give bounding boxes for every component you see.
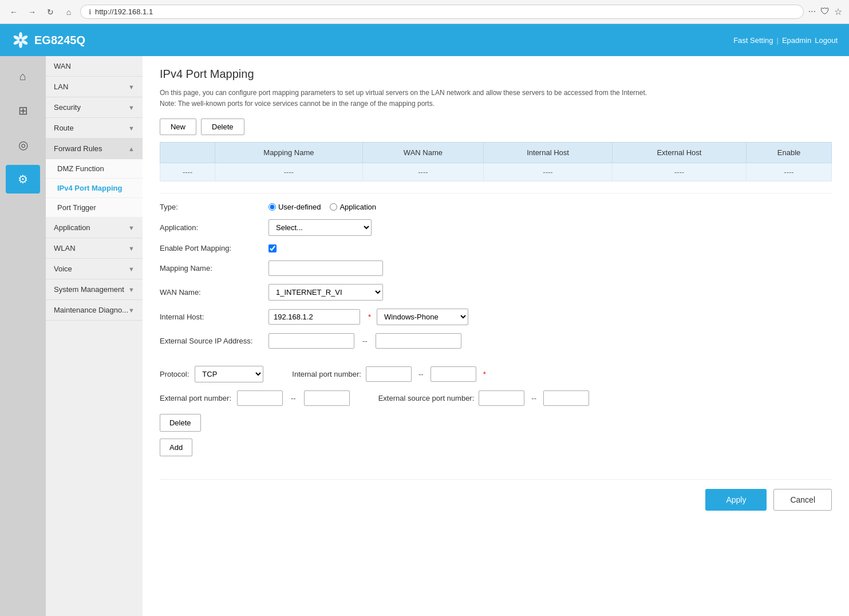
table-cell-5: ---- — [747, 163, 832, 181]
reload-button[interactable]: ↻ — [44, 5, 57, 19]
chevron-down-icon: ▼ — [128, 125, 135, 132]
menu-dots-icon[interactable]: ··· — [808, 6, 816, 17]
dash-separator-3: -- — [289, 394, 298, 402]
sidebar-item-system-management[interactable]: System Management ▼ — [46, 279, 143, 300]
sidebar-icon-home[interactable]: ⌂ — [6, 62, 40, 90]
brand-name: EG8245Q — [34, 34, 85, 47]
internal-port-required: * — [483, 370, 486, 378]
separator-1: | — [777, 36, 779, 45]
sidebar-item-forward-rules[interactable]: Forward Rules ▲ — [46, 139, 143, 159]
address-bar[interactable]: ℹ http://192.168.1.1 — [80, 5, 804, 19]
browser-actions: ··· 🛡 ☆ — [808, 6, 842, 17]
ext-source-ip-start-input[interactable] — [268, 333, 354, 349]
forward-button[interactable]: → — [25, 5, 39, 19]
chevron-down-icon: ▼ — [128, 104, 135, 111]
type-user-defined-label[interactable]: User-defined — [268, 203, 321, 211]
sidebar-item-route[interactable]: Route ▼ — [46, 118, 143, 139]
sidebar-icon-add[interactable]: ⊞ — [6, 96, 40, 125]
internal-port-end-input[interactable] — [431, 366, 476, 382]
sidebar-item-maintenance-label: Maintenance Diagno... — [54, 306, 128, 314]
dash-separator-4: -- — [529, 394, 539, 402]
add-button[interactable]: Add — [160, 439, 192, 456]
external-port-col: External port number: -- — [160, 390, 350, 406]
sidebar-item-security[interactable]: Security ▼ — [46, 97, 143, 118]
type-application-radio[interactable] — [330, 203, 337, 211]
enable-port-mapping-checkbox[interactable] — [268, 244, 277, 252]
protocol-select[interactable]: TCP UDP Both — [195, 366, 263, 382]
enable-port-mapping-row: Enable Port Mapping: — [160, 244, 832, 252]
delete-button[interactable]: Delete — [201, 119, 244, 135]
ext-source-ip-row: External Source IP Address: -- — [160, 333, 832, 349]
table-col-checkbox — [160, 143, 215, 163]
type-radio-group: User-defined Application — [268, 203, 376, 211]
submenu-item-port-trigger[interactable]: Port Trigger — [46, 198, 143, 218]
svg-point-0 — [19, 32, 22, 39]
security-icon: ℹ — [89, 8, 92, 16]
sidebar-item-wlan[interactable]: WLAN ▼ — [46, 238, 143, 259]
ext-source-port-start-input[interactable] — [479, 390, 524, 406]
sidebar-icon-gear[interactable]: ⚙ — [6, 165, 40, 194]
external-port-label: External port number: — [160, 394, 231, 402]
chevron-up-icon: ▲ — [128, 145, 135, 152]
internal-host-device-select[interactable]: Windows-Phone — [377, 309, 468, 325]
shield-icon: 🛡 — [820, 6, 830, 17]
page-title: IPv4 Port Mapping — [160, 68, 832, 81]
internal-port-label: Internal port number: — [292, 370, 361, 378]
ext-source-ip-end-input[interactable] — [376, 333, 461, 349]
ext-source-port-end-input[interactable] — [543, 390, 589, 406]
submenu-item-dmz[interactable]: DMZ Function — [46, 159, 143, 179]
wan-name-label: WAN Name: — [160, 288, 263, 297]
fast-setting-link[interactable]: Fast Setting — [733, 36, 773, 45]
epadmin-link[interactable]: Epadmin — [782, 36, 811, 45]
sidebar-item-wan[interactable]: WAN — [46, 56, 143, 77]
sidebar-item-security-label: Security — [54, 103, 81, 112]
wan-name-row: WAN Name: 1_INTERNET_R_VI — [160, 284, 832, 301]
sidebar-item-voice-label: Voice — [54, 264, 72, 273]
sidebar-item-maintenance[interactable]: Maintenance Diagno... ▼ — [46, 300, 143, 321]
mapping-table: Mapping Name WAN Name Internal Host Exte… — [160, 142, 832, 181]
browser-chrome: ← → ↻ ⌂ ℹ http://192.168.1.1 ··· 🛡 ☆ — [0, 0, 849, 24]
external-port-start-input[interactable] — [237, 390, 283, 406]
cancel-button[interactable]: Cancel — [773, 489, 832, 511]
table-col-enable: Enable — [747, 143, 832, 163]
sidebar-item-lan[interactable]: LAN ▼ — [46, 77, 143, 97]
chevron-down-icon: ▼ — [128, 266, 135, 273]
sidebar-icon-clock[interactable]: ◎ — [6, 131, 40, 159]
add-row: Add — [160, 439, 832, 468]
submenu-item-ipv4-port-mapping[interactable]: IPv4 Port Mapping — [46, 179, 143, 198]
sidebar-item-voice[interactable]: Voice ▼ — [46, 259, 143, 279]
internal-host-input[interactable] — [268, 309, 360, 325]
application-select[interactable]: Select... — [268, 219, 372, 236]
table-body: ---- ---- ---- ---- ---- ---- — [160, 163, 831, 181]
type-label: Type: — [160, 203, 263, 211]
page-description: On this page, you can configure port map… — [160, 88, 832, 109]
mapping-name-input[interactable] — [268, 260, 383, 276]
rule-delete-button[interactable]: Delete — [160, 414, 201, 432]
wan-name-select[interactable]: 1_INTERNET_R_VI — [268, 284, 383, 301]
spacer — [160, 357, 832, 366]
sidebar-item-application[interactable]: Application ▼ — [46, 218, 143, 238]
external-port-end-input[interactable] — [304, 390, 350, 406]
top-nav-links: Fast Setting | Epadmin Logout — [733, 36, 838, 45]
logout-link[interactable]: Logout — [815, 36, 838, 45]
internal-port-start-input[interactable] — [366, 366, 412, 382]
type-user-defined-radio[interactable] — [268, 203, 276, 211]
table-row: ---- ---- ---- ---- ---- ---- — [160, 163, 831, 181]
protocol-row: Protocol: TCP UDP Both Internal port num… — [160, 366, 832, 382]
type-application-label[interactable]: Application — [330, 203, 376, 211]
type-row: Type: User-defined Application — [160, 203, 832, 211]
toolbar: New Delete — [160, 119, 832, 135]
enable-port-mapping-label: Enable Port Mapping: — [160, 244, 263, 252]
internal-host-label: Internal Host: — [160, 313, 263, 321]
home-button[interactable]: ⌂ — [62, 5, 76, 19]
chevron-down-icon: ▼ — [128, 245, 135, 252]
new-button[interactable]: New — [160, 119, 196, 135]
type-user-defined-text: User-defined — [278, 203, 321, 211]
form-actions: Apply Cancel — [160, 479, 832, 511]
back-button[interactable]: ← — [7, 5, 21, 19]
star-icon[interactable]: ☆ — [834, 6, 842, 17]
apply-button[interactable]: Apply — [705, 489, 767, 511]
chevron-down-icon: ▼ — [128, 84, 135, 90]
huawei-logo-icon — [11, 31, 30, 49]
dash-separator: -- — [360, 337, 370, 345]
